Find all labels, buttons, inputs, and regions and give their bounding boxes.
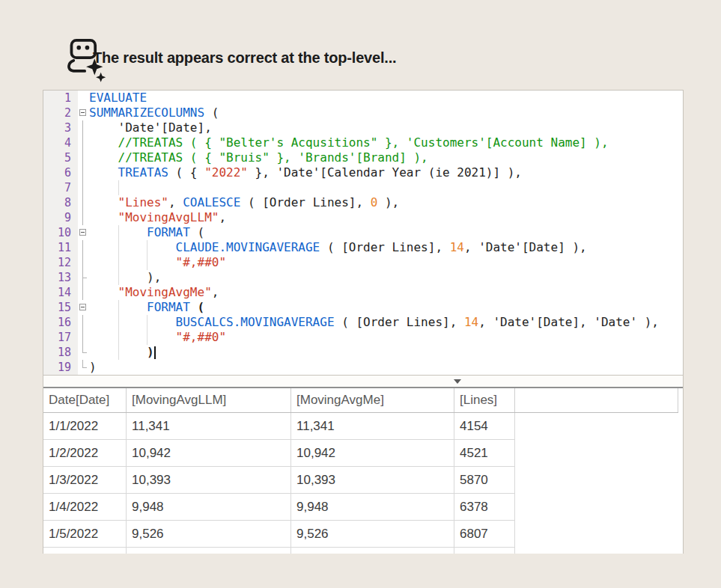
fold-margin	[78, 315, 89, 330]
line-number: 18	[43, 345, 78, 360]
code-text: "MovingAvgLLM",	[89, 210, 683, 225]
empty-cell	[515, 467, 678, 494]
fold-collapse-icon[interactable]	[78, 300, 89, 315]
table-cell[interactable]: 5870	[454, 467, 515, 494]
table-cell[interactable]: 6807	[454, 521, 515, 548]
column-header[interactable]: [Lines]	[454, 388, 515, 412]
splitter-bar[interactable]	[43, 376, 683, 387]
column-header[interactable]: Date[Date]	[43, 388, 127, 412]
table-cell[interactable]: 9,948	[291, 494, 454, 521]
code-line[interactable]: 14 "MovingAvgMe",	[43, 285, 683, 300]
empty-cell	[515, 413, 678, 440]
empty-cell	[515, 440, 678, 467]
code-text: ),	[89, 270, 683, 285]
column-header[interactable]: [MovingAvgLLM]	[127, 388, 291, 412]
table-cell[interactable]: 10,393	[291, 467, 454, 494]
code-line[interactable]: 10 FORMAT (	[43, 225, 683, 240]
code-line[interactable]: 8 "Lines", COALESCE ( [Order Lines], 0 )…	[43, 195, 683, 210]
code-text: FORMAT (	[89, 225, 683, 240]
line-number: 6	[43, 165, 78, 180]
code-text: "#,##0"	[89, 330, 683, 345]
table-cell[interactable]: 1/3/2022	[43, 467, 127, 494]
indent-guide	[147, 315, 147, 330]
table-cell[interactable]: 1/4/2022	[43, 494, 127, 521]
code-line[interactable]: 2SUMMARIZECOLUMNS (	[43, 105, 683, 120]
code-text: )	[89, 360, 683, 375]
line-number: 14	[43, 285, 78, 300]
code-line[interactable]: 5 //TREATAS ( { "Bruis" }, 'Brands'[Bran…	[43, 150, 683, 165]
collapse-triangle-icon[interactable]	[454, 379, 461, 384]
code-line[interactable]: 6 TREATAS ( { "2022" }, 'Date'[Calendar …	[43, 165, 683, 180]
fold-margin	[78, 135, 89, 150]
code-line[interactable]: 7	[43, 180, 683, 195]
line-number: 16	[43, 315, 78, 330]
table-cell[interactable]: 9,948	[127, 494, 291, 521]
page-title: The result appears correct at the top-le…	[93, 49, 396, 67]
partial-row	[43, 548, 678, 554]
table-cell[interactable]: 10,393	[127, 467, 291, 494]
code-text: CLAUDE.MOVINGAVERAGE ( [Order Lines], 14…	[89, 240, 683, 255]
table-cell[interactable]: 4521	[454, 440, 515, 467]
table-cell[interactable]: 1/1/2022	[43, 413, 127, 440]
table-cell[interactable]: 9,526	[291, 521, 454, 548]
indent-guide	[147, 255, 147, 270]
code-line[interactable]: 17 "#,##0"	[43, 330, 683, 345]
line-number: 9	[43, 210, 78, 225]
column-header[interactable]	[515, 388, 678, 412]
code-line[interactable]: 12 "#,##0"	[43, 255, 683, 270]
indent-guide	[147, 240, 147, 255]
table-cell[interactable]: 1/2/2022	[43, 440, 127, 467]
table-cell[interactable]: 4154	[454, 413, 515, 440]
line-number: 3	[43, 120, 78, 135]
code-text: SUMMARIZECOLUMNS (	[89, 105, 683, 120]
code-line[interactable]: 15 FORMAT (	[43, 300, 683, 315]
code-text: BUSCALCS.MOVINGAVERAGE ( [Order Lines], …	[89, 315, 683, 330]
table-cell[interactable]: 6378	[454, 494, 515, 521]
code-line[interactable]: 9 "MovingAvgLLM",	[43, 210, 683, 225]
text-cursor	[154, 346, 156, 359]
code-line[interactable]: 1EVALUATE	[43, 91, 683, 105]
fold-margin	[78, 240, 89, 255]
fold-margin	[78, 150, 89, 165]
code-line[interactable]: 11 CLAUDE.MOVINGAVERAGE ( [Order Lines],…	[43, 240, 683, 255]
code-line[interactable]: 4 //TREATAS ( { "Belter's Acqusitions" }…	[43, 135, 683, 150]
code-text: //TREATAS ( { "Belter's Acqusitions" }, …	[89, 135, 683, 150]
fold-margin	[78, 360, 89, 375]
code-line[interactable]: 13 ),	[43, 270, 683, 285]
table-cell[interactable]: 10,942	[291, 440, 454, 467]
code-line[interactable]: 3 'Date'[Date],	[43, 120, 683, 135]
table-cell[interactable]: 9,526	[127, 521, 291, 548]
code-line[interactable]: 19)	[43, 360, 683, 375]
table-cell[interactable]: 10,942	[127, 440, 291, 467]
code-line[interactable]: 16 BUSCALCS.MOVINGAVERAGE ( [Order Lines…	[43, 315, 683, 330]
results-header-row: Date[Date][MovingAvgLLM][MovingAvgMe][Li…	[43, 388, 678, 413]
code-text: //TREATAS ( { "Bruis" }, 'Brands'[Brand]…	[89, 150, 683, 165]
line-number: 11	[43, 240, 78, 255]
column-header[interactable]: [MovingAvgMe]	[291, 388, 454, 412]
indent-guide	[118, 180, 119, 195]
code-text: "MovingAvgMe",	[89, 285, 683, 300]
empty-cell	[515, 521, 678, 548]
line-number: 7	[43, 180, 78, 195]
indent-guide	[118, 270, 119, 285]
indent-guide	[118, 315, 119, 330]
code-line[interactable]: 18 )	[43, 345, 683, 360]
indent-guide	[118, 240, 119, 255]
table-row: 1/5/20229,5269,5266807	[43, 521, 678, 548]
table-row: 1/3/202210,39310,3935870	[43, 467, 678, 494]
line-number: 2	[43, 105, 78, 120]
code-text: "#,##0"	[89, 255, 683, 270]
fold-margin	[78, 270, 89, 285]
fold-margin	[78, 330, 89, 345]
fold-margin	[78, 91, 89, 105]
table-cell[interactable]: 11,341	[127, 413, 291, 440]
dax-code-editor[interactable]: 1EVALUATE2SUMMARIZECOLUMNS (3 'Date'[Dat…	[43, 90, 684, 376]
fold-collapse-icon[interactable]	[78, 225, 89, 240]
line-number: 5	[43, 150, 78, 165]
fold-collapse-icon[interactable]	[78, 105, 89, 120]
results-body: 1/1/202211,34111,34141541/2/202210,94210…	[43, 413, 678, 548]
table-cell[interactable]: 11,341	[291, 413, 454, 440]
table-cell[interactable]: 1/5/2022	[43, 521, 127, 548]
results-grid: Date[Date][MovingAvgLLM][MovingAvgMe][Li…	[43, 388, 678, 554]
line-number: 17	[43, 330, 78, 345]
